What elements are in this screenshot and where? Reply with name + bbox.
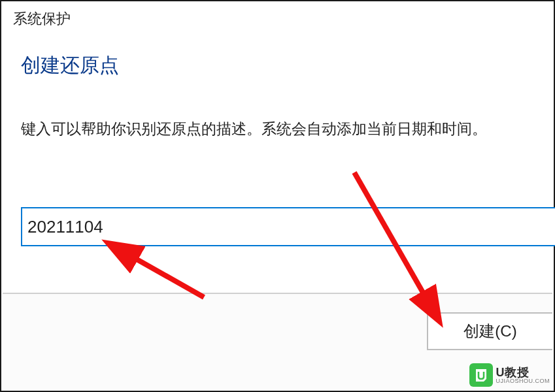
- titlebar: 系统保护: [1, 1, 554, 34]
- dialog-heading: 创建还原点: [1, 34, 554, 86]
- dialog-description: 键入可以帮助你识别还原点的描述。系统会自动添加当前日期和时间。: [1, 86, 554, 139]
- window-title: 系统保护: [13, 9, 542, 29]
- svg-line-0: [129, 255, 204, 297]
- system-protection-dialog: 系统保护 创建还原点 键入可以帮助你识别还原点的描述。系统会自动添加当前日期和时…: [0, 0, 555, 392]
- create-button-label: 创建(C): [463, 321, 516, 342]
- create-button[interactable]: 创建(C): [427, 312, 552, 350]
- input-row: [21, 207, 554, 246]
- restore-point-name-input[interactable]: [21, 207, 555, 246]
- dialog-footer: 创建(C): [3, 293, 552, 389]
